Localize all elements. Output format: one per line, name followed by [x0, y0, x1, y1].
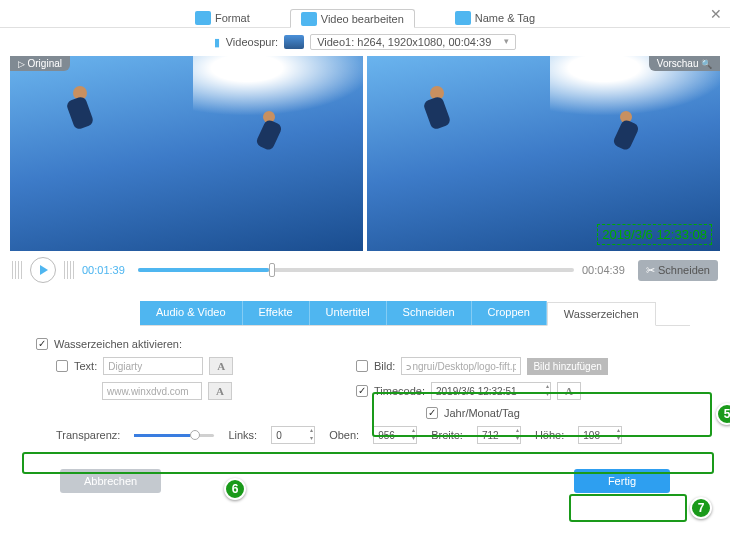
video-original [10, 56, 363, 251]
time-duration: 00:04:39 [582, 264, 630, 276]
tab-label: Format [215, 12, 250, 24]
timecode-label: Timecode: [374, 385, 425, 397]
add-image-button[interactable]: Bild hinzufügen [527, 358, 607, 375]
text-label: Text: [74, 360, 97, 372]
hoehe-label: Höhe: [535, 429, 564, 441]
video-thumb-icon [284, 35, 304, 49]
preview-badge[interactable]: Vorschau [649, 56, 720, 71]
oben-label: Oben: [329, 429, 359, 441]
seek-bar[interactable] [138, 268, 574, 272]
ymd-checkbox[interactable] [426, 407, 438, 419]
hoehe-input[interactable] [578, 426, 622, 444]
timecode-overlay[interactable]: 2019/3/6 12:33:08 [597, 224, 712, 245]
close-icon[interactable]: ✕ [710, 6, 722, 22]
etab-fx[interactable]: Effekte [243, 301, 310, 325]
enable-watermark-label: Wasserzeichen aktivieren: [54, 338, 182, 350]
etab-sub[interactable]: Untertitel [310, 301, 387, 325]
preview-row: Original Vorschau 2019/3/6 12:33:08 [0, 56, 730, 251]
oben-input[interactable] [373, 426, 417, 444]
cut-button[interactable]: ✂ Schneiden [638, 260, 718, 281]
links-input[interactable] [271, 426, 315, 444]
breite-input[interactable] [477, 426, 521, 444]
image-label: Bild: [374, 360, 395, 372]
videospur-row: ▮ Videospur: Video1: h264, 1920x1080, 00… [0, 28, 730, 56]
links-label: Links: [228, 429, 257, 441]
video-preview: 2019/3/6 12:33:08 [367, 56, 720, 251]
font-button[interactable]: A [209, 357, 233, 375]
timecode-input[interactable] [431, 382, 551, 400]
etab-cut[interactable]: Schneiden [387, 301, 472, 325]
enable-watermark-checkbox[interactable] [36, 338, 48, 350]
highlight-7-num: 7 [690, 497, 712, 519]
watermark-panel: Wasserzeichen aktivieren: Text: A A Bild… [16, 326, 714, 459]
cut-label: Schneiden [658, 264, 710, 276]
font-button[interactable]: A [208, 382, 232, 400]
tab-format[interactable]: Format [185, 8, 260, 27]
text-checkbox[interactable] [56, 360, 68, 372]
transparency-label: Transparenz: [56, 429, 120, 441]
image-path-input[interactable] [401, 357, 521, 375]
etab-watermark[interactable]: Wasserzeichen [547, 302, 656, 326]
bottom-buttons: Abbrechen Fertig [0, 459, 730, 507]
grip-icon [64, 261, 74, 279]
tab-name-tag[interactable]: Name & Tag [445, 8, 545, 27]
tag-icon [455, 11, 471, 25]
videospur-select[interactable]: Video1: h264, 1920x1080, 00:04:39 [310, 34, 516, 50]
tab-video-edit[interactable]: Video bearbeiten [290, 9, 415, 28]
tab-label: Name & Tag [475, 12, 535, 24]
transparency-slider[interactable] [134, 434, 214, 437]
ymd-label: Jahr/Monat/Tag [444, 407, 520, 419]
etab-crop[interactable]: Croppen [472, 301, 547, 325]
tab-label: Video bearbeiten [321, 13, 404, 25]
done-button[interactable]: Fertig [574, 469, 670, 493]
timecode-checkbox[interactable] [356, 385, 368, 397]
image-checkbox[interactable] [356, 360, 368, 372]
breite-label: Breite: [431, 429, 463, 441]
scissors-icon [301, 12, 317, 26]
play-button[interactable] [30, 257, 56, 283]
original-badge: Original [10, 56, 70, 71]
highlight-6-num: 6 [224, 478, 246, 500]
font-button[interactable]: A [557, 382, 581, 400]
playback-row: 00:01:39 00:04:39 ✂ Schneiden [0, 251, 730, 289]
videospur-label: Videospur: [226, 36, 278, 48]
edit-tabs: Audio & Video Effekte Untertitel Schneid… [140, 301, 690, 326]
etab-av[interactable]: Audio & Video [140, 301, 243, 325]
text-input-1[interactable] [103, 357, 203, 375]
grip-icon [12, 261, 22, 279]
format-icon [195, 11, 211, 25]
time-current: 00:01:39 [82, 264, 130, 276]
cancel-button[interactable]: Abbrechen [60, 469, 161, 493]
top-tabs: Format Video bearbeiten Name & Tag [0, 0, 730, 28]
text-input-2[interactable] [102, 382, 202, 400]
seek-knob[interactable] [269, 263, 275, 277]
